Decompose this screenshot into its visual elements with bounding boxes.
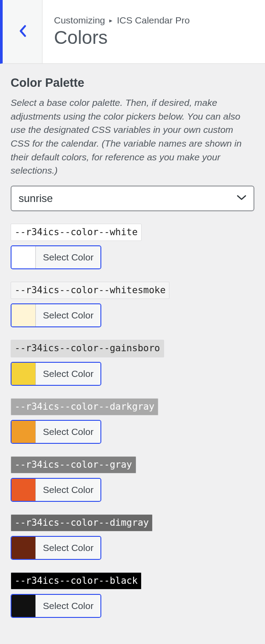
css-var-label: --r34ics--color--white [11,224,142,241]
color-row: --r34ics--color--whiteSelect Color [11,224,254,270]
color-picker[interactable]: Select Color [11,536,101,560]
breadcrumb-root: Customizing [54,15,105,25]
breadcrumb-section: ICS Calendar Pro [117,15,190,25]
css-var-label: --r34ics--color--gray [11,456,136,473]
color-swatch[interactable] [12,421,36,443]
color-swatch[interactable] [12,479,36,501]
breadcrumb-sep: ▸ [109,17,112,24]
page-title: Colors [54,27,190,48]
css-var-label: --r34ics--color--dimgray [11,514,153,531]
css-var-label: --r34ics--color--black [11,572,142,590]
section-description: Select a base color palette. Then, if de… [11,96,254,178]
palette-select[interactable]: sunrise [11,186,254,211]
css-var-label: --r34ics--color--whitesmoke [11,282,169,299]
select-color-button[interactable]: Select Color [36,479,100,501]
color-picker[interactable]: Select Color [11,594,101,618]
color-row: --r34ics--color--darkgraySelect Color [11,398,254,445]
customizer-header: Customizing ▸ ICS Calendar Pro Colors [0,0,265,64]
header-text: Customizing ▸ ICS Calendar Pro Colors [42,0,201,63]
css-var-label: --r34ics--color--darkgray [11,398,158,415]
color-swatch[interactable] [12,304,36,326]
breadcrumb: Customizing ▸ ICS Calendar Pro [54,15,190,26]
select-color-button[interactable]: Select Color [36,595,100,617]
color-row: --r34ics--color--blackSelect Color [11,572,254,619]
palette-select-wrap: sunrise [11,186,254,211]
css-var-label: --r34ics--color--gainsboro [11,340,164,357]
color-picker[interactable]: Select Color [11,478,101,502]
color-picker[interactable]: Select Color [11,303,101,327]
color-row: --r34ics--color--dimgraySelect Color [11,514,254,561]
color-swatch[interactable] [12,246,36,268]
select-color-button[interactable]: Select Color [36,246,100,268]
back-button[interactable] [3,0,42,63]
color-row: --r34ics--color--graySelect Color [11,456,254,503]
color-swatch[interactable] [12,595,36,617]
color-picker[interactable]: Select Color [11,245,101,269]
chevron-left-icon [18,25,27,39]
select-color-button[interactable]: Select Color [36,537,100,559]
color-row: --r34ics--color--gainsboroSelect Color [11,340,254,386]
colors-list: --r34ics--color--whiteSelect Color--r34i… [11,224,254,619]
color-picker[interactable]: Select Color [11,420,101,444]
select-color-button[interactable]: Select Color [36,363,100,385]
section-title: Color Palette [11,76,254,90]
select-color-button[interactable]: Select Color [36,304,100,326]
content: Color Palette Select a base color palett… [0,64,265,643]
color-swatch[interactable] [12,363,36,385]
color-row: --r34ics--color--whitesmokeSelect Color [11,282,254,328]
select-color-button[interactable]: Select Color [36,421,100,443]
color-swatch[interactable] [12,537,36,559]
color-picker[interactable]: Select Color [11,362,101,386]
